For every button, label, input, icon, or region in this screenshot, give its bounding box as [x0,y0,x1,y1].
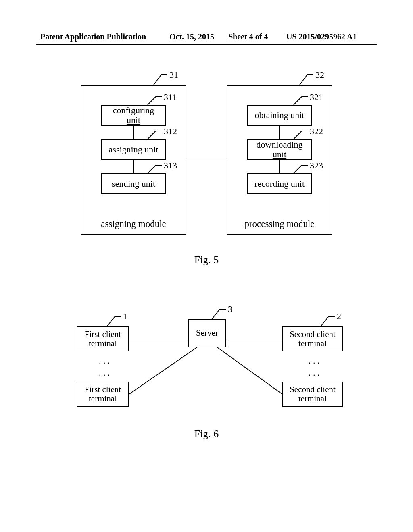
fig5-lines [0,69,413,246]
ref-3: 3 [228,304,232,314]
svg-line-7 [129,347,197,394]
svg-line-8 [217,347,282,394]
figure-5: assigning module processing module confi… [0,69,413,246]
ref-31: 31 [169,70,178,80]
ref-321: 321 [310,92,323,102]
publication-date: Oct. 15, 2015 [169,32,214,42]
ref-323: 323 [310,160,323,171]
figure-6-caption: Fig. 6 [0,428,413,440]
page-header: Patent Application Publication Oct. 15, … [0,32,413,44]
fig6-lines [0,307,413,440]
ref-311: 311 [164,92,177,102]
ref-32: 32 [315,70,324,80]
ref-1: 1 [123,311,127,322]
ref-322: 322 [310,126,323,137]
ref-2: 2 [337,311,341,322]
figure-5-caption: Fig. 5 [0,254,413,266]
patent-figure-page: Patent Application Publication Oct. 15, … [0,0,413,532]
ref-313: 313 [164,160,177,171]
publication-label: Patent Application Publication [40,32,146,42]
publication-number: US 2015/0295962 A1 [286,32,357,42]
sheet-number: Sheet 4 of 4 [228,32,268,42]
ref-312: 312 [164,126,177,137]
header-rule [36,44,377,45]
figure-6: Server First client terminal Second clie… [0,307,413,440]
